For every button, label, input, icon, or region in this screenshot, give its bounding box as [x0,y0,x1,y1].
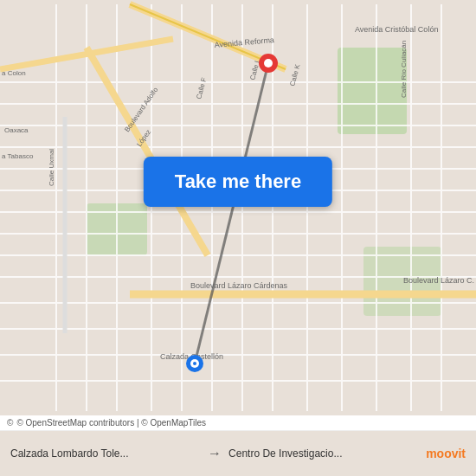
route-arrow-icon: → [208,446,222,461]
svg-text:a Colon: a Colon [2,69,26,77]
svg-point-54 [264,59,273,68]
svg-text:Boulevard Lázaro C.: Boulevard Lázaro C. [403,276,474,285]
button-overlay: Take me there [144,157,332,207]
app: Avenida Reforma Avenida Cristóbal Colón … [0,0,476,476]
attribution-bar: © © OpenStreetMap contributors | © OpenM… [0,415,476,431]
moovit-logo: moovit [426,447,466,460]
svg-text:Avenida Cristóbal Colón: Avenida Cristóbal Colón [355,25,438,34]
copyright-icon: © [7,418,13,428]
origin-marker [186,355,203,372]
route-from: Calzada Lombardo Tole... [10,447,201,460]
svg-text:Boulevard Lázaro Cárdenas: Boulevard Lázaro Cárdenas [190,281,288,290]
svg-text:Calle Uxmal: Calle Uxmal [48,149,55,186]
take-me-there-button[interactable]: Take me there [144,157,332,207]
map-container: Avenida Reforma Avenida Cristóbal Colón … [0,0,476,415]
map-svg: Avenida Reforma Avenida Cristóbal Colón … [0,0,476,415]
moovit-brand-text: moovit [426,447,466,460]
svg-text:a Tabasco: a Tabasco [2,152,34,160]
route-to: Centro De Investigacio... [228,447,419,460]
route-bar: Calzada Lombardo Tole... → Centro De Inv… [0,431,476,476]
svg-text:Calle Río Culiacán: Calle Río Culiacán [400,41,408,98]
svg-point-57 [193,362,196,365]
svg-text:Oaxaca: Oaxaca [4,126,29,134]
svg-rect-1 [338,48,407,134]
attribution-text: © OpenStreetMap contributors | © OpenMap… [16,418,206,428]
destination-marker [259,54,278,73]
